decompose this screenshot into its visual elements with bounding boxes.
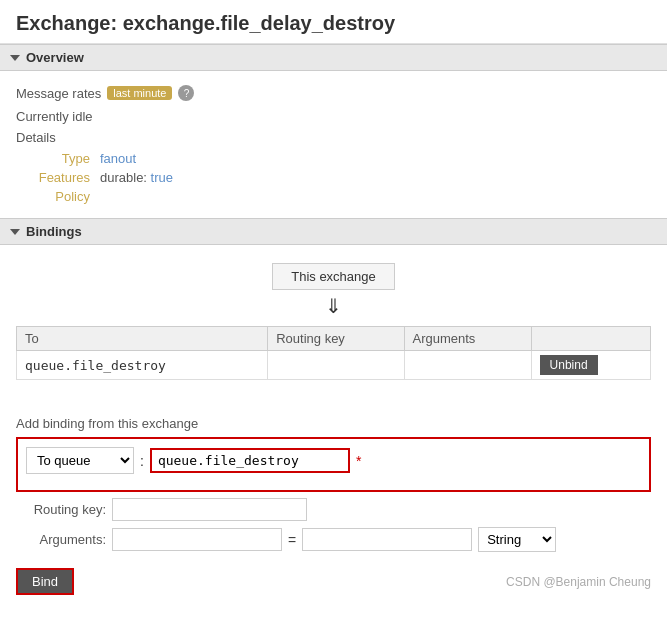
unbind-cell: Unbind	[531, 351, 650, 380]
arguments-cell	[404, 351, 531, 380]
bindings-chevron-icon	[10, 229, 20, 235]
arguments-row: Arguments: = String Number Boolean	[0, 527, 667, 552]
add-binding-label: Add binding from this exchange	[0, 406, 667, 437]
type-value: fanout	[100, 151, 136, 166]
required-asterisk: *	[356, 453, 361, 469]
features-value: durable: true	[100, 170, 173, 185]
chevron-down-icon	[10, 55, 20, 61]
bindings-title: Bindings	[26, 224, 82, 239]
routing-key-input[interactable]	[112, 498, 307, 521]
routing-key-row: Routing key:	[0, 498, 667, 521]
overview-section-header: Overview	[0, 44, 667, 71]
routing-key-label: Routing key:	[16, 502, 106, 517]
table-header-row: To Routing key Arguments	[17, 327, 651, 351]
details-label: Details	[0, 128, 667, 151]
bind-button[interactable]: Bind	[16, 568, 74, 595]
type-row: Type fanout	[30, 151, 651, 166]
question-icon[interactable]: ?	[178, 85, 194, 101]
bindings-table: To Routing key Arguments queue.file_dest…	[16, 326, 651, 380]
exchange-name: exchange.file_delay_destroy	[123, 12, 395, 34]
bindings-section-header: Bindings	[0, 218, 667, 245]
message-rates-row: Message rates last minute ?	[0, 79, 667, 107]
details-table: Type fanout Features durable: true Polic…	[0, 151, 667, 218]
unbind-button[interactable]: Unbind	[540, 355, 598, 375]
last-minute-badge[interactable]: last minute	[107, 86, 172, 100]
bindings-section: This exchange ⇓ To Routing key Arguments…	[0, 253, 667, 406]
queue-name-cell: queue.file_destroy	[17, 351, 268, 380]
policy-key: Policy	[30, 189, 100, 204]
col-routing-key: Routing key	[268, 327, 404, 351]
type-key: Type	[30, 151, 100, 166]
arguments-label: Arguments:	[16, 532, 106, 547]
overview-title: Overview	[26, 50, 84, 65]
this-exchange-box: This exchange	[16, 263, 651, 290]
add-binding-form: To queue To exchange : *	[16, 437, 651, 492]
routing-key-cell	[268, 351, 404, 380]
watermark: CSDN @Benjamin Cheung	[506, 575, 651, 589]
page-title: Exchange: exchange.file_delay_destroy	[0, 0, 667, 44]
argument-key-input[interactable]	[112, 528, 282, 551]
argument-value-input[interactable]	[302, 528, 472, 551]
features-row: Features durable: true	[30, 170, 651, 185]
col-to: To	[17, 327, 268, 351]
col-arguments: Arguments	[404, 327, 531, 351]
table-row: queue.file_destroy Unbind	[17, 351, 651, 380]
policy-row: Policy	[30, 189, 651, 204]
bind-row: Bind CSDN @Benjamin Cheung	[0, 562, 667, 601]
to-queue-select[interactable]: To queue To exchange	[26, 447, 134, 474]
durable-label: durable:	[100, 170, 147, 185]
argument-type-select[interactable]: String Number Boolean	[478, 527, 556, 552]
features-key: Features	[30, 170, 100, 185]
arrow-down: ⇓	[16, 294, 651, 318]
type-link[interactable]: fanout	[100, 151, 136, 166]
exchange-label: Exchange:	[16, 12, 117, 34]
colon: :	[140, 453, 144, 469]
queue-name-input[interactable]	[150, 448, 350, 473]
col-action	[531, 327, 650, 351]
idle-text: Currently idle	[0, 107, 667, 128]
equals-sign: =	[288, 532, 296, 548]
message-rates-label: Message rates	[16, 86, 101, 101]
durable-value: true	[151, 170, 173, 185]
queue-name: queue.file_destroy	[25, 358, 166, 373]
to-queue-row: To queue To exchange : *	[26, 447, 641, 474]
this-exchange-button[interactable]: This exchange	[272, 263, 395, 290]
